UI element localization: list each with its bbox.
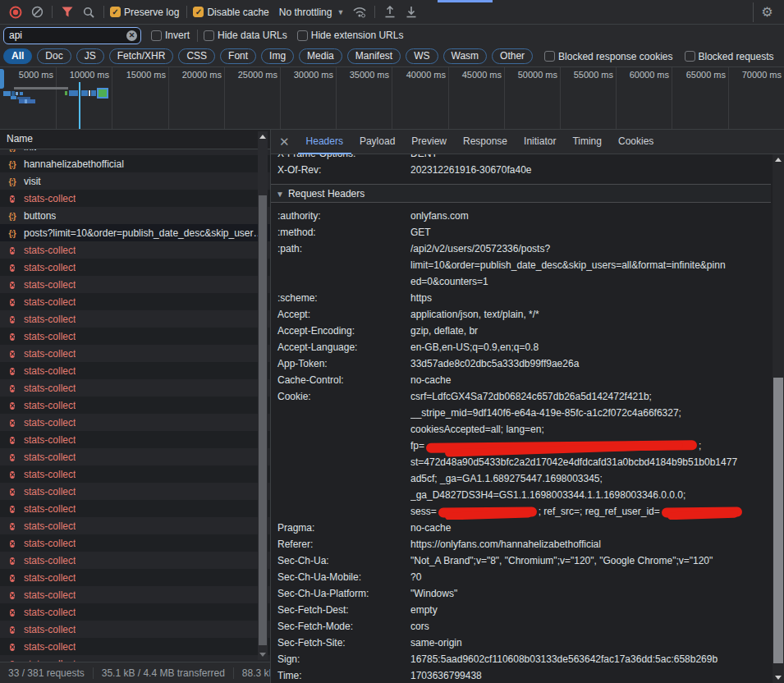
close-icon[interactable]: ✕ xyxy=(279,135,290,149)
header-value-line: https://onlyfans.com/hannahelizabethoffi… xyxy=(410,536,771,552)
tab-timing[interactable]: Timing xyxy=(564,130,610,154)
tab-initiator[interactable]: Initiator xyxy=(516,130,564,154)
request-row[interactable]: ✕stats-collect xyxy=(0,345,270,362)
throttling-select[interactable]: No throttling xyxy=(279,7,332,18)
request-name: buttons xyxy=(24,210,56,222)
type-pill-css[interactable]: CSS xyxy=(178,48,215,64)
header-row: Time:1703636799438 xyxy=(271,667,771,683)
scrollbar-thumb[interactable] xyxy=(773,378,783,663)
import-har-button[interactable] xyxy=(379,2,401,22)
request-row[interactable]: ✕stats-collect xyxy=(0,241,270,259)
tab-headers[interactable]: Headers xyxy=(298,130,351,154)
request-row[interactable]: ✕stats-collect xyxy=(0,500,270,517)
type-pill-img[interactable]: Img xyxy=(261,48,294,64)
request-row[interactable]: {:}init xyxy=(0,149,270,155)
type-pill-font[interactable]: Font xyxy=(220,48,256,64)
header-value-text: no-cache xyxy=(410,374,451,386)
request-row[interactable]: ✕stats-collect xyxy=(0,448,270,465)
network-overview-timeline[interactable]: 5000 ms10000 ms15000 ms20000 ms25000 ms3… xyxy=(0,67,784,130)
request-headers-section-toggle[interactable]: ▼Request Headers xyxy=(271,184,771,203)
waterfall-bar xyxy=(81,90,88,96)
request-row[interactable]: ✕stats-collect xyxy=(0,552,270,569)
type-pill-js[interactable]: JS xyxy=(76,48,104,64)
scroll-up-icon[interactable] xyxy=(259,135,266,139)
error-icon: ✕ xyxy=(10,540,16,548)
type-pill-manifest[interactable]: Manifest xyxy=(347,48,401,64)
request-list-scrollbar[interactable] xyxy=(258,131,268,660)
request-row[interactable]: ✕stats-collect xyxy=(0,379,270,397)
divider xyxy=(197,30,198,42)
blocked-requests-checkbox[interactable] xyxy=(685,51,695,62)
tab-preview[interactable]: Preview xyxy=(403,130,455,154)
timeline-gridline xyxy=(112,67,112,129)
request-row[interactable]: ✕stats-collect xyxy=(0,310,270,328)
scroll-up-icon[interactable] xyxy=(775,158,782,162)
tab-response[interactable]: Response xyxy=(455,130,516,154)
preserve-log-label: Preserve log xyxy=(124,7,179,18)
header-value-line: __stripe_mid=9df140f6-e64a-419e-85fc-a1c… xyxy=(410,405,771,421)
request-row[interactable]: ✕stats-collect xyxy=(0,190,270,207)
request-row[interactable]: ✕stats-collect xyxy=(0,397,270,414)
request-row[interactable]: ✕stats-collect xyxy=(0,414,270,431)
request-row[interactable]: ✕stats-collect xyxy=(0,569,270,586)
header-value-text: no-cache xyxy=(410,522,451,534)
timeline-tick-label: 25000 ms xyxy=(225,70,277,80)
clear-filter-icon[interactable]: ✕ xyxy=(126,30,137,41)
type-pill-wasm[interactable]: Wasm xyxy=(443,48,488,64)
request-row[interactable]: {:}posts?limit=10&order=publish_date_des… xyxy=(0,224,270,241)
tab-payload[interactable]: Payload xyxy=(351,130,403,154)
scroll-down-icon[interactable] xyxy=(259,653,266,657)
type-pill-other[interactable]: Other xyxy=(492,48,533,64)
error-icon: ✕ xyxy=(10,575,16,582)
name-column-header[interactable]: Name xyxy=(0,130,270,149)
request-row[interactable]: ✕stats-collect xyxy=(0,586,270,603)
error-icon: ✕ xyxy=(10,299,16,306)
scroll-down-icon[interactable] xyxy=(775,676,782,680)
filter-toggle-button[interactable] xyxy=(57,2,78,22)
header-row: Pragma:no-cache xyxy=(271,520,771,536)
filter-input[interactable]: api ✕ xyxy=(3,27,141,44)
disable-cache-checkbox[interactable]: ✓ xyxy=(193,7,204,17)
type-pill-all[interactable]: All xyxy=(3,48,32,64)
request-row[interactable]: ✕stats-collect xyxy=(0,483,270,500)
blocked-response-cookies-checkbox[interactable] xyxy=(544,51,555,62)
timeline-gridline xyxy=(672,67,672,129)
search-button[interactable] xyxy=(78,2,99,22)
type-pill-media[interactable]: Media xyxy=(299,48,342,64)
request-row[interactable]: ✕stats-collect xyxy=(0,362,270,379)
preserve-log-checkbox[interactable]: ✓ xyxy=(110,7,121,17)
hide-extension-urls-checkbox[interactable] xyxy=(297,30,308,41)
request-row[interactable]: ✕stats-collect xyxy=(0,655,270,662)
request-row[interactable]: ✕stats-collect xyxy=(0,621,270,638)
tab-cookies[interactable]: Cookies xyxy=(610,130,662,154)
scrollbar-thumb[interactable] xyxy=(259,195,267,645)
type-pill-doc[interactable]: Doc xyxy=(37,48,71,64)
request-row[interactable]: ✕stats-collect xyxy=(0,534,270,552)
request-row[interactable]: ✕stats-collect xyxy=(0,431,270,448)
type-pill-ws[interactable]: WS xyxy=(406,48,438,64)
request-row[interactable]: ✕stats-collect xyxy=(0,517,270,534)
request-row[interactable]: {:}hannahelizabethofficial xyxy=(0,155,270,172)
request-row[interactable]: ✕stats-collect xyxy=(0,603,270,621)
network-conditions-button[interactable] xyxy=(349,2,370,22)
header-value-line: 1703636799438 xyxy=(410,667,771,683)
overview-drag-handle[interactable] xyxy=(0,69,4,89)
request-row[interactable]: ✕stats-collect xyxy=(0,328,270,345)
details-scrollbar[interactable] xyxy=(773,154,784,683)
error-icon: ✕ xyxy=(10,247,16,254)
request-row[interactable]: ✕stats-collect xyxy=(0,276,270,293)
invert-checkbox[interactable] xyxy=(151,30,162,41)
hide-data-urls-checkbox[interactable] xyxy=(204,30,214,41)
request-row[interactable]: ✕stats-collect xyxy=(0,465,270,483)
export-har-button[interactable] xyxy=(401,2,422,22)
request-row[interactable]: {:}visit xyxy=(0,172,270,190)
clear-button[interactable] xyxy=(26,2,48,22)
request-row[interactable]: ✕stats-collect xyxy=(0,638,270,655)
header-name: X-Of-Rev: xyxy=(271,162,410,178)
settings-button[interactable]: ⚙ xyxy=(753,2,781,22)
request-row[interactable]: {:}buttons xyxy=(0,207,270,224)
request-row[interactable]: ✕stats-collect xyxy=(0,259,270,276)
request-row[interactable]: ✕stats-collect xyxy=(0,293,270,310)
record-button[interactable] xyxy=(5,2,26,22)
type-pill-fetch-xhr[interactable]: Fetch/XHR xyxy=(109,48,174,64)
